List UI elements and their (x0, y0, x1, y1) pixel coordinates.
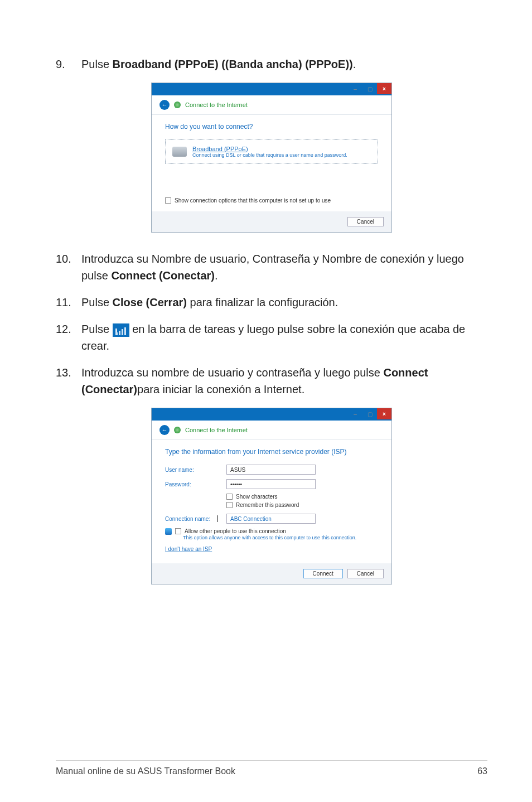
page-number: 63 (477, 766, 487, 776)
dialog-question: Type the information from your Internet … (165, 448, 378, 456)
allow-others-description: This option allows anyone with access to… (183, 535, 378, 540)
step-number: 13. (56, 364, 81, 398)
no-isp-link[interactable]: I don't have an ISP (165, 546, 212, 552)
allow-others-label: Allow other people to use this connectio… (185, 528, 286, 534)
globe-icon (174, 102, 181, 108)
allow-others-checkbox[interactable] (175, 528, 181, 534)
connection-name-field[interactable]: ABC Connection (226, 514, 316, 524)
globe-icon (174, 427, 181, 433)
maximize-button[interactable]: ▢ (362, 408, 377, 419)
step-number: 11. (56, 294, 81, 311)
broadband-pppoe-option[interactable]: Broadband (PPPoE) Connect using DSL or c… (165, 139, 378, 164)
option-title: Broadband (PPPoE) (192, 146, 347, 152)
step-number: 9. (56, 56, 81, 73)
show-options-checkbox[interactable] (165, 197, 171, 204)
step-text: Introduzca su nombre de usuario y contra… (81, 364, 487, 398)
step-number: 12. (56, 321, 81, 354)
back-button[interactable]: ← (159, 425, 170, 435)
dialog-titlebar: – ▢ × (152, 83, 391, 95)
password-field[interactable]: •••••• (226, 479, 316, 489)
password-label: Password: (165, 481, 226, 487)
maximize-button[interactable]: ▢ (362, 83, 377, 94)
show-characters-checkbox[interactable] (226, 494, 233, 500)
remember-password-label: Remember this password (236, 502, 299, 508)
minimize-button[interactable]: – (348, 408, 362, 419)
step-text: Pulse * en la barra de tareas y luego pu… (81, 321, 487, 354)
option-description: Connect using DSL or cable that requires… (192, 152, 347, 158)
isp-info-dialog: – ▢ × ← Connect to the Internet Type the… (151, 408, 392, 584)
close-button[interactable]: × (377, 83, 391, 94)
step-number: 10. (56, 250, 81, 284)
remember-password-checkbox[interactable] (226, 502, 233, 508)
username-field[interactable]: ASUS (226, 465, 316, 475)
dialog-question: How do you want to connect? (165, 123, 378, 131)
modem-icon (172, 147, 187, 157)
step-text: Pulse Broadband (PPPoE) ((Banda ancha) (… (81, 56, 487, 73)
connect-button[interactable]: Connect (303, 569, 343, 578)
username-label: User name: (165, 467, 226, 473)
back-button[interactable]: ← (159, 100, 170, 110)
dialog-header-title: Connect to the Internet (185, 427, 248, 433)
step-text: Pulse Close (Cerrar) para finalizar la c… (81, 294, 487, 311)
step-text: Introduzca su Nombre de usuario, Contras… (81, 250, 487, 284)
dialog-header-title: Connect to the Internet (185, 102, 248, 108)
dialog-titlebar: – ▢ × (152, 408, 391, 421)
cancel-button[interactable]: Cancel (347, 569, 384, 578)
show-characters-label: Show characters (236, 494, 277, 500)
footer-title: Manual online de su ASUS Transformer Boo… (56, 766, 235, 776)
cancel-button[interactable]: Cancel (347, 217, 384, 226)
minimize-button[interactable]: – (348, 83, 362, 94)
shield-icon (165, 528, 172, 535)
close-button[interactable]: × (377, 408, 391, 419)
show-options-label: Show connection options that this comput… (175, 197, 331, 204)
network-tray-icon: * (113, 323, 129, 337)
connect-method-dialog: – ▢ × ← Connect to the Internet How do y… (151, 83, 392, 233)
